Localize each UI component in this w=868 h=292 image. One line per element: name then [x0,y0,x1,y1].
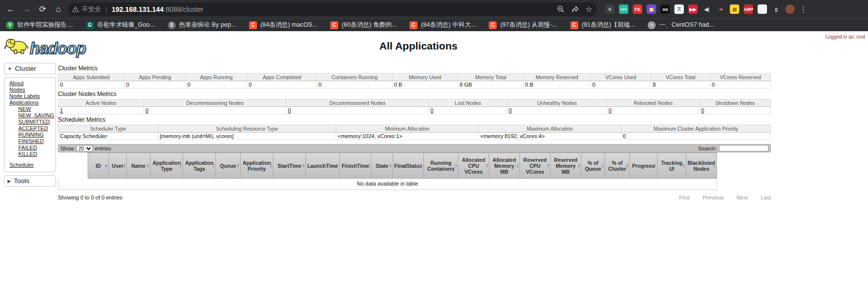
translate-icon[interactable]: 文 [674,4,684,14]
apps-column-finalstatus[interactable]: FinalStatus▲▼ [393,153,424,179]
bookmark-item[interactable]: V软件学院实验报告… [6,21,73,29]
sidebar-link[interactable]: KILLED [18,151,37,157]
adblock-plus-icon[interactable]: ABP [744,4,753,14]
sort-icon: ▲▼ [577,163,580,168]
bookmark-item[interactable]: C(60条消息) 免费的... [330,21,397,29]
metric-value: 1 [58,107,144,114]
apps-column-launchtime[interactable]: LaunchTime▲▼ [306,153,340,179]
metric-value: 0 B [523,81,590,89]
search-input[interactable] [719,145,768,151]
bookmark-item[interactable]: C(97条消息) 从前慢-... [489,21,557,29]
apps-column-blacklisted-nodes[interactable]: Blacklisted Nodes▲▼ [686,153,717,179]
pagination-last[interactable]: Last [761,195,771,200]
sidebar-link[interactable]: Applications [9,99,39,105]
reload-icon[interactable]: ⟳ [36,2,50,16]
datatable-footer: Showing 0 to 0 of 0 entries FirstPreviou… [58,195,771,200]
metric-value-link[interactable]: 1 [60,107,63,113]
bookmark-item[interactable]: S伤寒杂病论 By pep... [168,21,236,29]
apps-column-application-tags[interactable]: Application Tags▲▼ [183,153,216,179]
url-text[interactable]: 192.168.131.144:8088/cluster [111,5,203,13]
search-control: Search: [698,145,768,151]
metric-value-link[interactable]: 0 [509,107,512,113]
page-size-select[interactable]: 20 [76,145,93,152]
apps-column-starttime[interactable]: StartTime▲▼ [273,153,306,179]
video-speed-icon[interactable]: ▶▶ [688,4,698,14]
apps-column-application-type[interactable]: Application Type▲▼ [151,153,183,179]
bookmark-label: 谷歌学术镜像_Goo... [98,21,155,29]
sidebar-section-tools[interactable]: ▶ Tools [4,176,55,186]
sidebar-link[interactable]: FINISHED [18,138,44,144]
address-bar[interactable]: 不安全 | 192.168.131.144:8088/cluster ☆ [67,2,597,16]
metric-value-link[interactable]: 0 [609,107,612,113]
pagination-previous[interactable]: Previous [703,195,724,200]
sidebar-link[interactable]: SUBMITTED [18,119,50,125]
sort-desc-icon: ▼ [104,164,108,167]
sidebar-link[interactable]: RUNNING [18,132,44,138]
pagination-next[interactable]: Next [737,195,748,200]
sidebar-link[interactable]: Node Labels [9,93,40,99]
browser-menu-icon[interactable]: ⋮ [797,5,810,14]
sidebar-section-cluster[interactable]: ▼ Cluster [4,63,55,74]
zoom-icon[interactable] [557,5,564,13]
security-label: 不安全 [82,5,101,14]
apps-column-reserved-memory-mb[interactable]: Reserved Memory MB▲▼ [551,153,581,179]
sidebar-link[interactable]: NEW [18,106,31,112]
bookmark-item[interactable]: C(84条消息) macOS... [249,21,317,29]
code-editor-icon[interactable]: </> [619,4,628,14]
apps-column-allocated-cpu-vcores[interactable]: Allocated CPU VCores▲▼ [459,153,489,179]
sidebar-link[interactable]: About [9,80,24,86]
sidebar-link[interactable]: Nodes [9,87,25,93]
apps-column-tracking-ui[interactable]: Tracking UI▲▼ [658,153,686,179]
apps-column-state[interactable]: State▲▼ [371,153,393,179]
notes-icon[interactable]: ▤ [730,4,739,14]
pagination-first[interactable]: First [679,195,689,200]
metric-column-header: Maximum Allocation [479,125,621,133]
metric-value-link[interactable]: 0 [701,107,704,113]
bookmark-star-icon[interactable]: ☆ [586,5,592,14]
metric-value: 0 [144,107,286,114]
profile-avatar[interactable] [785,4,795,14]
grid-tools-icon[interactable]: ▦ [647,4,656,14]
sidebar-link[interactable]: FAILED [18,145,37,150]
home-icon[interactable]: ⌂ [51,2,65,16]
forward-icon[interactable]: → [20,2,34,16]
sidebar-link[interactable]: NEW_SAVING [18,112,54,118]
apps-column-running-containers[interactable]: Running Containers▲▼ [424,153,459,179]
puzzle-icon[interactable] [758,4,767,14]
sidebar-item-about: About [9,80,55,87]
apps-column-finishtime[interactable]: FinishTime▲▼ [340,153,371,179]
sidebar-link[interactable]: Scheduler [9,162,34,168]
metric-value-link[interactable]: 0 [430,107,433,113]
vue-devtools-icon[interactable]: V [605,4,614,14]
sort-icon: ▲▼ [654,163,657,168]
apps-column-application-priority[interactable]: Application Priority▲▼ [241,153,273,179]
sort-desc-icon: ▼ [302,166,305,168]
apps-column-allocated-memory-mb[interactable]: Allocated Memory MB▲▼ [489,153,520,179]
not-secure-warning[interactable]: 不安全 [72,5,101,14]
apps-column-id[interactable]: ID▼ [88,153,109,179]
apps-column--of-cluster[interactable]: % of Cluster▲▼ [605,153,630,179]
apps-column-queue[interactable]: Queue▲▼ [216,153,241,179]
apps-column--of-queue[interactable]: % of Queue▲▼ [581,153,605,179]
volume-icon[interactable]: ◀) [702,4,712,14]
bookmark-item[interactable]: C(91条消息)【前端... [570,21,635,29]
bookmark-item[interactable]: ~一、CentOS7 had... [648,21,714,29]
bookmark-item[interactable]: C(84条消息) 中科大... [409,21,476,29]
sort-desc-icon: ▼ [626,166,629,168]
apps-column-reserved-cpu-vcores[interactable]: Reserved CPU VCores▲▼ [520,153,551,179]
reader-mode-icon[interactable]: ⇥ [716,4,725,14]
apps-column-name[interactable]: Name▲▼ [127,153,151,179]
metric-value-link[interactable]: 0 [288,107,291,113]
apps-column-progress[interactable]: Progress▲▼ [630,153,658,179]
sort-desc-icon: ▼ [269,166,272,168]
share-icon[interactable] [571,5,579,13]
metric-value-link[interactable]: 0 [146,107,149,113]
oo-extension-icon[interactable]: oo [661,4,670,14]
warning-triangle-icon [72,6,79,12]
back-icon[interactable]: ← [4,2,18,16]
bookmark-item[interactable]: G谷歌学术镜像_Goo... [86,21,155,29]
sidebar-link[interactable]: ACCEPTED [18,125,48,131]
apps-column-user[interactable]: User▲▼ [109,153,127,179]
sidebar-toggle-icon[interactable]: ▯ [771,4,781,14]
fe-helper-icon[interactable]: FE [633,4,642,14]
